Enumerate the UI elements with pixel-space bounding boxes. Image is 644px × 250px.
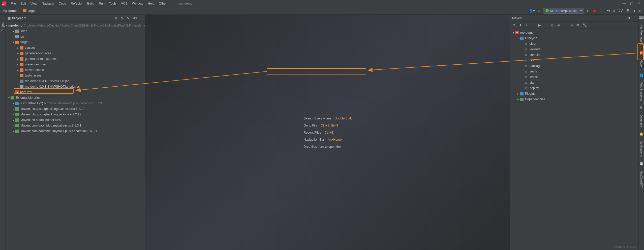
vcs-update-icon[interactable]: ↙: [537, 8, 541, 13]
breadcrumb-root[interactable]: mp-demo: [3, 9, 17, 13]
collapse-icon[interactable]: ⇲: [570, 23, 573, 27]
menu-vcs[interactable]: VCS: [119, 1, 130, 6]
debug-button[interactable]: 🐞: [592, 8, 597, 13]
menu-code[interactable]: Code: [56, 1, 69, 6]
tree-jar-file[interactable]: mp-demo-0.0.1-SNAPSHOT.jar: [6, 78, 145, 84]
tab-chatgpt[interactable]: NexChatGPT: [639, 169, 643, 189]
tree-idea-folder[interactable]: .idea: [6, 28, 145, 34]
tab-key-promoter[interactable]: Key Promoter X: [639, 23, 643, 46]
run-button[interactable]: ▶: [586, 8, 590, 13]
generate-sources-icon[interactable]: ⬇: [519, 23, 522, 27]
tab-web-inspector[interactable]: Web Inspector: [639, 81, 643, 103]
menu-view[interactable]: View: [28, 1, 40, 6]
menu-tools[interactable]: Tools: [107, 1, 119, 6]
maven-goal-install[interactable]: install: [510, 74, 638, 80]
tab-notifications[interactable]: Notifications: [639, 139, 643, 158]
close-icon[interactable]: ✕: [638, 2, 640, 5]
tree-pom-xml[interactable]: mpom.xml: [6, 89, 145, 95]
download-sources-icon[interactable]: ⤓: [525, 23, 528, 27]
tree-lib[interactable]: Maven: cn.hutool:hutool-all:5.8.11: [6, 117, 145, 123]
maven-goal-clean[interactable]: clean: [510, 41, 638, 46]
execute-goal-icon[interactable]: ▭: [544, 23, 547, 27]
breadcrumb-separator: 〉: [18, 9, 21, 13]
maven-goal-package[interactable]: package: [510, 63, 638, 69]
menu-window[interactable]: Window: [130, 1, 145, 6]
menu-edit[interactable]: Edit: [18, 1, 28, 6]
tree-classes-folder[interactable]: classes: [6, 45, 145, 51]
maven-settings-icon[interactable]: ⚙: [627, 16, 630, 20]
menu-file[interactable]: File: [9, 1, 18, 6]
toggle-offline-icon[interactable]: ⊘: [551, 23, 554, 27]
chevron-down-icon[interactable]: [24, 17, 26, 19]
tree-external-libraries[interactable]: External Libraries: [6, 95, 145, 101]
maven-dependencies[interactable]: Dependencies: [510, 96, 638, 102]
search-icon[interactable]: 🔍: [626, 8, 631, 13]
maven-goal-validate[interactable]: validate: [510, 46, 638, 52]
database-icon[interactable]: 🗄: [640, 106, 643, 110]
tab-maven[interactable]: Maven: [639, 58, 643, 70]
tree-lib[interactable]: Maven: ch.qos.logback:logback-core:1.2.1…: [6, 112, 145, 117]
coverage-button[interactable]: ⮌: [599, 9, 603, 13]
maven-goal-compile[interactable]: compile: [510, 52, 638, 58]
show-deps-icon[interactable]: ☰: [564, 23, 567, 27]
project-tool-tab[interactable]: Project: [1, 20, 5, 34]
maven-goal-test[interactable]: test: [510, 58, 638, 63]
menu-other[interactable]: Other: [157, 1, 169, 6]
ide-update-icon[interactable]: ●: [633, 9, 636, 13]
maven-lifecycle[interactable]: Lifecycle: [510, 35, 638, 41]
vcs-user-icon[interactable]: 👤▾: [529, 8, 535, 13]
tree-jdk[interactable]: < corretto-11 (2) >C:\Users\Meteors\.jdk…: [6, 101, 145, 106]
menu-run[interactable]: Run: [97, 1, 107, 6]
maximize-icon[interactable]: ▢: [630, 2, 633, 5]
chatgpt-icon[interactable]: 💬: [639, 162, 643, 166]
select-opened-file-icon[interactable]: ⊕: [115, 16, 118, 20]
tree-maven-archiver[interactable]: maven-archiver: [6, 62, 145, 67]
web-inspector-icon[interactable]: 🌐: [639, 73, 643, 77]
run-configuration-selector[interactable]: MpDemoApplication: [543, 8, 584, 14]
tree-target-folder[interactable]: target: [6, 39, 145, 45]
tree-maven-status[interactable]: maven-status: [6, 67, 145, 73]
hide-panel-icon[interactable]: —: [633, 16, 637, 20]
notifications-icon[interactable]: 🔔: [639, 132, 643, 136]
wrench-icon[interactable]: 🔧: [583, 23, 587, 27]
maven-goal-deploy[interactable]: deploy: [510, 85, 638, 91]
maven-tab-icon[interactable]: m: [640, 51, 643, 55]
maven-root[interactable]: mmp-demo: [510, 30, 638, 35]
collapse-all-icon[interactable]: ⇲: [127, 16, 129, 20]
add-project-icon[interactable]: ＋: [532, 23, 535, 27]
key-promoter-icon[interactable]: ⌨: [639, 16, 644, 19]
analyze-icon[interactable]: ⇄: [576, 23, 579, 27]
menu-help[interactable]: Help: [145, 1, 157, 6]
expand-all-icon[interactable]: ⇱: [121, 16, 124, 20]
spring-boot-icon: [545, 9, 549, 12]
tree-src-folder[interactable]: src: [6, 34, 145, 39]
reload-icon[interactable]: ⟳: [513, 23, 515, 27]
gear-icon: [525, 81, 528, 84]
tree-generated-sources[interactable]: generated-sources: [6, 51, 145, 56]
plugin-icon[interactable]: ◆: [638, 8, 641, 13]
minimize-icon[interactable]: —: [623, 2, 626, 5]
tree-jar-original[interactable]: mp-demo-0.0.1-SNAPSHOT.jar.original: [6, 84, 145, 89]
tree-lib[interactable]: Maven: ch.qos.logback:logback-classic:1.…: [6, 106, 145, 112]
tree-lib[interactable]: Maven: com.baomidou:mybatis-plus:3.5.3.1: [6, 123, 145, 128]
tree-lib[interactable]: Maven: com.baomidou:mybatis-plus-annotat…: [6, 128, 145, 134]
watermark: CSDN @Meteors.: [614, 245, 636, 248]
run-maven-icon[interactable]: ▶: [538, 23, 541, 27]
hide-panel-icon[interactable]: —: [140, 16, 143, 20]
tree-test-classes[interactable]: test-classes: [6, 73, 145, 78]
maven-goal-verify[interactable]: verify: [510, 69, 638, 74]
menu-build[interactable]: Build: [85, 1, 97, 6]
translate-icon[interactable]: 文A: [618, 8, 624, 13]
breadcrumb-target[interactable]: target: [23, 9, 36, 13]
skip-tests-icon[interactable]: ⊘: [557, 23, 560, 27]
tab-database[interactable]: Database: [639, 113, 643, 129]
maven-plugins[interactable]: Plugins: [510, 91, 638, 96]
profile-button[interactable]: ◔▾: [605, 8, 611, 13]
maven-goal-site[interactable]: site: [510, 80, 638, 85]
menu-refactor[interactable]: Refactor: [69, 1, 85, 6]
tree-generated-test-sources[interactable]: generated-test-sources: [6, 56, 145, 62]
tree-root[interactable]: mp-demoC:\Users\Meteors\Desktop\SpringCl…: [6, 23, 145, 28]
settings-icon[interactable]: ⚙▾: [132, 16, 137, 20]
menu-navigate[interactable]: Navigate: [40, 1, 56, 6]
stop-button[interactable]: ■: [613, 9, 616, 13]
